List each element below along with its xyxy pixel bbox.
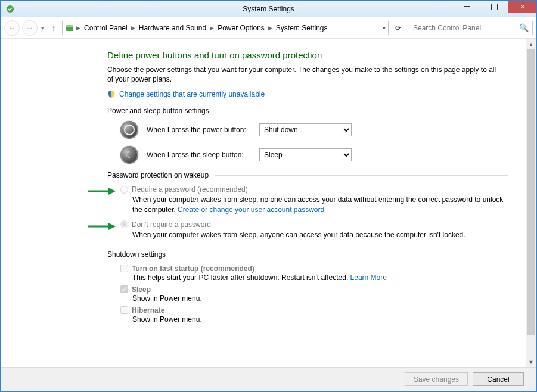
refresh-button[interactable]: ⟳ [391, 21, 405, 35]
vertical-scrollbar[interactable]: ▲ ▼ [526, 39, 536, 367]
content-pane: Define power buttons and turn on passwor… [1, 39, 526, 367]
dont-require-password-radio[interactable] [120, 220, 128, 228]
annotation-arrow-icon [87, 186, 116, 196]
hibernate-checkbox[interactable] [120, 306, 128, 314]
scroll-thumb[interactable] [527, 49, 535, 335]
breadcrumb-sep-icon: ▶ [268, 25, 273, 31]
change-settings-link[interactable]: Change settings that are currently unava… [119, 90, 265, 98]
breadcrumb-sep-icon: ▶ [209, 25, 215, 31]
control-panel-icon [65, 23, 75, 33]
learn-more-link[interactable]: Learn More [350, 273, 387, 282]
app-icon [5, 4, 15, 14]
sleep-option: Sleep Show in Power menu. [120, 285, 508, 303]
breadcrumb[interactable]: ▶ Control Panel ▶ Hardware and Sound ▶ P… [62, 21, 389, 35]
section-label: Password protection on wakeup [107, 171, 209, 179]
breadcrumb-dropdown-icon[interactable]: ▾ [383, 24, 386, 31]
scroll-up-icon[interactable]: ▲ [526, 39, 536, 49]
hibernate-label: Hibernate [132, 306, 164, 315]
sleep-desc: Show in Power menu. [132, 294, 508, 303]
close-button[interactable] [508, 1, 536, 13]
window-titlebar: System Settings [1, 1, 536, 17]
section-label: Shutdown settings [107, 250, 166, 259]
create-password-link[interactable]: Create or change your user account passw… [178, 206, 324, 214]
sleep-icon [120, 146, 138, 164]
action-bar: Save changes Cancel [1, 367, 536, 391]
svg-rect-1 [66, 26, 73, 31]
breadcrumb-sep-icon: ▶ [76, 25, 81, 31]
divider [215, 175, 508, 176]
sleep-label: Sleep [132, 285, 151, 294]
fast-startup-desc-text: This helps start your PC faster after sh… [132, 273, 350, 282]
search-input[interactable] [412, 23, 519, 33]
history-dropdown-icon[interactable]: ▾ [41, 25, 44, 31]
section-password: Password protection on wakeup [107, 171, 508, 179]
minimize-button[interactable] [453, 1, 480, 13]
sleep-button-row: When I press the sleep button: Sleep [120, 146, 508, 164]
require-password-option: Require a password (recommended) When yo… [120, 185, 508, 214]
back-button[interactable]: ← [4, 20, 20, 36]
dont-require-password-label: Don't require a password [132, 220, 211, 229]
power-button-row: When I press the power button: Shut down [120, 121, 508, 139]
explorer-toolbar: ← → ▾ ↑ ▶ Control Panel ▶ Hardware and S… [1, 17, 536, 39]
fast-startup-desc: This helps start your PC faster after sh… [132, 273, 508, 282]
sleep-checkbox[interactable] [120, 285, 128, 293]
scroll-down-icon[interactable]: ▼ [526, 357, 536, 367]
breadcrumb-sep-icon: ▶ [131, 25, 136, 31]
power-button-select[interactable]: Shut down [259, 123, 352, 136]
search-icon: 🔍 [519, 23, 529, 32]
section-label: Power and sleep button settings [107, 107, 209, 115]
svg-marker-6 [108, 223, 116, 230]
uac-shield-icon [107, 90, 116, 98]
breadcrumb-item[interactable]: Hardware and Sound [137, 24, 208, 32]
up-button[interactable]: ↑ [48, 23, 60, 33]
dont-require-password-desc: When your computer wakes from sleep, any… [132, 230, 508, 239]
sleep-button-select[interactable]: Sleep [259, 148, 352, 161]
breadcrumb-item[interactable]: System Settings [274, 24, 330, 32]
svg-rect-2 [66, 25, 73, 27]
divider [215, 111, 508, 111]
maximize-button[interactable] [480, 1, 508, 13]
cancel-button[interactable]: Cancel [473, 372, 524, 386]
require-password-label: Require a password (recommended) [132, 185, 248, 194]
forward-button[interactable]: → [22, 20, 38, 36]
annotation-arrow-icon [87, 222, 116, 231]
power-button-label: When I press the power button: [147, 126, 251, 134]
hibernate-option: Hibernate Show in Power menu. [120, 306, 508, 323]
window-controls [453, 1, 536, 13]
search-box[interactable]: 🔍 [408, 21, 533, 35]
require-password-desc: When your computer wakes from sleep, no … [132, 195, 508, 214]
fast-startup-checkbox[interactable] [120, 265, 128, 272]
hibernate-desc: Show in Power menu. [132, 315, 508, 323]
svg-marker-4 [108, 188, 116, 195]
divider [172, 254, 508, 254]
power-icon [120, 121, 138, 139]
dont-require-password-option: Don't require a password When your compu… [120, 220, 508, 239]
fast-startup-option: Turn on fast startup (recommended) This … [120, 265, 508, 282]
save-button[interactable]: Save changes [405, 372, 468, 386]
breadcrumb-item[interactable]: Power Options [216, 24, 266, 32]
sleep-button-label: When I press the sleep button: [147, 151, 251, 159]
require-password-radio[interactable] [120, 186, 128, 194]
fast-startup-label: Turn on fast startup (recommended) [132, 265, 254, 273]
section-shutdown: Shutdown settings [107, 250, 508, 259]
section-power-sleep: Power and sleep button settings [107, 107, 508, 115]
page-heading: Define power buttons and turn on passwor… [107, 50, 508, 60]
breadcrumb-item[interactable]: Control Panel [82, 24, 129, 32]
page-intro: Choose the power settings that you want … [107, 65, 501, 84]
